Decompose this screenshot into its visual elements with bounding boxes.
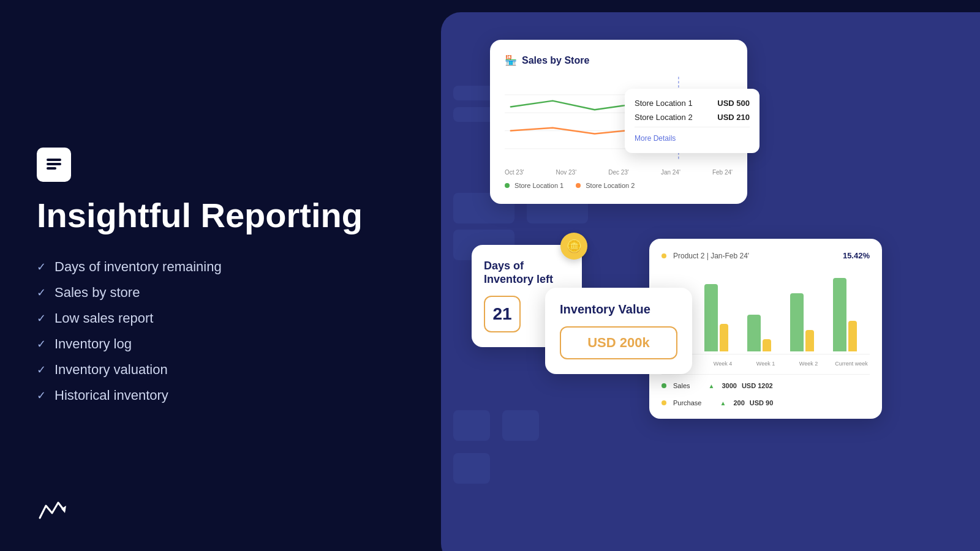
week-label-current: Current week [833,361,870,367]
right-panel: 🏪 Sales by Store O [441,12,980,551]
sales-by-store-card: 🏪 Sales by Store O [490,40,747,204]
app-logo [37,148,71,182]
check-icon-5: ✓ [37,389,46,402]
legend-sales-row: Sales ▲ 3000 USD 1202 [662,382,870,389]
days-number: 21 [484,296,521,332]
legend-store2: Store Location 2 [576,182,635,189]
bar-group-week4 [704,284,741,351]
purchase-arrow: ▲ [720,400,726,407]
legend-dot-orange [576,183,581,188]
feature-item-0: ✓Days of inventory remaining [37,259,404,275]
feature-item-5: ✓Historical inventory [37,388,404,403]
feature-list: ✓Days of inventory remaining✓Sales by st… [37,259,404,403]
bar-week2-green [790,293,804,351]
float-coin-icon: 🪙 [560,233,587,260]
page-title: Insightful Reporting [37,197,404,234]
tooltip-row-1: Store Location 1 USD 500 [635,99,750,108]
bar-week4-yellow [720,324,728,351]
bar-percentage: 15.42% [843,251,870,260]
check-icon-1: ✓ [37,286,46,299]
bar-week4-green [704,284,718,351]
inv-value-title: Inventory Value [560,302,677,317]
bar-product-label: Product 2 | Jan-Feb 24' [662,252,749,260]
sales-arrow: ▲ [709,383,715,389]
sales-card-title: 🏪 Sales by Store [505,54,733,66]
week-label-4: Week 4 [704,361,741,367]
week-label-1: Week 1 [747,361,784,367]
bar-group-week1 [747,315,784,351]
sales-tooltip: Store Location 1 USD 500 Store Location … [625,89,760,153]
bar-week1-yellow [763,339,771,351]
product-dot [662,253,666,258]
bottom-logo [37,500,67,527]
chart-x-labels: Oct 23' Nov 23' Dec 23' Jan 24' Feb 24' [505,169,733,176]
svg-rect-2 [47,167,56,170]
inv-value-amount: USD 200k [560,326,677,359]
bar-week2-yellow [805,330,814,351]
check-icon-4: ✓ [37,363,46,377]
bar-current-green [833,278,846,351]
week-label-2: Week 2 [790,361,827,367]
days-card-title: Days of Inventory left [484,260,570,286]
store-icon: 🏪 [505,54,517,66]
legend-dot-purchase [662,400,666,405]
bar-group-week2 [790,293,827,351]
feature-item-1: ✓Sales by store [37,285,404,301]
chart-legend: Store Location 1 Store Location 2 [505,182,733,189]
more-details-link[interactable]: More Details [635,134,676,143]
left-panel: Insightful Reporting ✓Days of inventory … [0,0,441,551]
legend-purchase: Purchase [662,399,701,407]
legend-dot-green [505,183,510,188]
bar-week1-green [747,315,761,351]
bar-current-yellow [848,321,857,351]
legend-sales: Sales [662,382,690,389]
feature-item-3: ✓Inventory log [37,336,404,352]
sales-count: 3000 [722,382,736,389]
check-icon-0: ✓ [37,260,46,274]
bar-chart-area [662,269,870,354]
check-icon-3: ✓ [37,337,46,351]
feature-item-4: ✓Inventory valuation [37,362,404,378]
legend-store1: Store Location 1 [505,182,564,189]
legend-purchase-row: Purchase ▲ 200 USD 90 [662,399,870,407]
bar-card-header: Product 2 | Jan-Feb 24' 15.42% [662,251,870,260]
legend-dot-sales [662,383,666,388]
bar-legend: Sales ▲ 3000 USD 1202 Purchase ▲ 200 USD… [662,374,870,407]
purchase-usd: USD 90 [750,399,774,407]
bar-group-current [833,278,870,351]
svg-rect-0 [47,159,61,161]
svg-rect-1 [47,163,61,165]
purchase-count: 200 [733,399,744,407]
tooltip-row-2: Store Location 2 USD 210 [635,113,750,122]
check-icon-2: ✓ [37,312,46,325]
inventory-value-card: Inventory Value USD 200k [545,288,692,374]
bar-week-labels: Week 3 Week 4 Week 1 Week 2 Current week [662,361,870,367]
feature-item-2: ✓Low sales report [37,310,404,326]
sales-usd: USD 1202 [742,382,773,389]
